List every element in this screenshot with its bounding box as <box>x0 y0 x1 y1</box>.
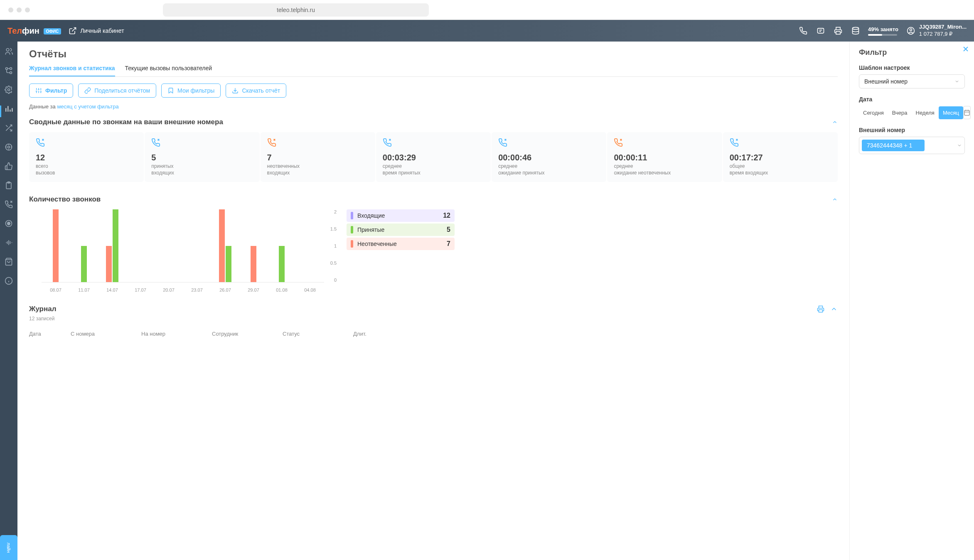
tab-calls-log[interactable]: Журнал звонков и статистика <box>29 65 115 76</box>
external-link-icon <box>69 27 77 35</box>
date-month-button[interactable]: Месяц <box>939 106 963 119</box>
journal-title: Журнал <box>29 305 57 313</box>
stat-label: среднееожидание неотвеченных <box>614 163 715 176</box>
user-balance: 1 072 787,9 ₽ <box>919 31 967 38</box>
nav-users-icon[interactable] <box>5 47 13 56</box>
nav-reports-icon[interactable] <box>5 105 13 113</box>
window-dots <box>8 7 30 12</box>
collapse-icon[interactable] <box>832 196 838 202</box>
phone-icon <box>730 138 739 147</box>
stat-card: 00:00:11 среднееожидание неотвеченных <box>607 132 722 182</box>
print-icon[interactable] <box>817 305 824 313</box>
nav-info-icon[interactable] <box>5 277 13 285</box>
online-tag[interactable]: лайн <box>0 535 17 560</box>
stat-label: всеговызовов <box>36 163 137 176</box>
svg-rect-0 <box>818 28 824 33</box>
link-icon <box>84 87 91 94</box>
svg-point-5 <box>6 68 8 70</box>
date-yesterday-button[interactable]: Вчера <box>888 106 912 119</box>
calendar-icon <box>964 109 970 116</box>
nav-clipboard-icon[interactable] <box>5 181 13 189</box>
filter-button[interactable]: Фильтр <box>29 84 73 98</box>
app-header: Телфин ОФИС Личный кабинет 49% занято JJ… <box>0 20 974 42</box>
legend-row[interactable]: Принятые5 <box>347 224 455 236</box>
stat-label: общеевремя входящих <box>730 163 831 176</box>
number-select[interactable]: 73462444348 + 1 <box>859 137 965 154</box>
stat-card: 5 принятыхвходящих <box>145 132 259 182</box>
nav-shuffle-icon[interactable] <box>5 124 13 132</box>
journal-table-header: Дата С номера На номер Сотрудник Статус … <box>29 327 838 340</box>
col-to[interactable]: На номер <box>141 331 212 337</box>
journal-count: 12 записей <box>29 316 838 322</box>
svg-rect-16 <box>964 111 969 115</box>
stat-value: 5 <box>151 153 253 162</box>
phone-icon <box>267 138 276 147</box>
data-note: Данные за месяц с учетом фильтра <box>29 103 838 110</box>
phone-icon <box>36 138 45 147</box>
number-label: Внешний номер <box>859 127 965 133</box>
message-icon[interactable] <box>817 27 825 35</box>
phone-icon <box>383 138 392 147</box>
collapse-icon[interactable] <box>832 119 838 125</box>
stat-card: 00:00:46 среднееожидание принятых <box>492 132 606 182</box>
calendar-button[interactable] <box>963 106 971 119</box>
filter-title: Фильтр <box>859 48 965 57</box>
collapse-icon[interactable] <box>830 305 838 313</box>
chevron-down-icon <box>954 79 959 84</box>
nav-audio-icon[interactable] <box>5 238 13 247</box>
usage-text: 49% занято <box>868 26 898 32</box>
stat-value: 12 <box>36 153 137 162</box>
download-icon <box>232 87 239 94</box>
col-status[interactable]: Статус <box>283 331 353 337</box>
usage-block: 49% занято <box>868 26 898 36</box>
phone-icon <box>614 138 623 147</box>
col-duration[interactable]: Длит. <box>353 331 838 337</box>
stat-value: 7 <box>267 153 369 162</box>
stat-card: 00:03:29 среднеевремя принятых <box>376 132 491 182</box>
url-bar[interactable]: teleo.telphin.ru <box>163 3 429 17</box>
user-icon <box>907 27 915 35</box>
legend-row[interactable]: Неотвеченные7 <box>347 238 455 250</box>
my-filters-button[interactable]: Мои фильтры <box>161 84 221 98</box>
stat-grid: 12 всеговызовов 5 принятыхвходящих 7 нео… <box>29 132 838 182</box>
nav-record-icon[interactable] <box>5 219 13 228</box>
col-from[interactable]: С номера <box>71 331 141 337</box>
date-week-button[interactable]: Неделя <box>912 106 939 119</box>
tab-current-calls[interactable]: Текущие вызовы пользователей <box>125 65 212 76</box>
print-icon[interactable] <box>834 27 842 35</box>
col-staff[interactable]: Сотрудник <box>212 331 283 337</box>
sidebar: лайн <box>0 42 17 560</box>
download-button[interactable]: Скачать отчёт <box>226 84 286 98</box>
stat-label: среднеевремя принятых <box>383 163 484 176</box>
svg-point-14 <box>7 222 10 225</box>
database-icon[interactable] <box>851 27 860 35</box>
col-date[interactable]: Дата <box>29 331 71 337</box>
cabinet-link[interactable]: Личный кабинет <box>69 27 124 35</box>
filter-panel: Фильтр Шаблон настроек Внешний номер Дат… <box>849 42 974 560</box>
nav-shop-icon[interactable] <box>5 258 13 266</box>
stat-label: принятыхвходящих <box>151 163 253 176</box>
date-today-button[interactable]: Сегодня <box>859 106 888 119</box>
close-icon[interactable] <box>962 45 970 53</box>
share-button[interactable]: Поделиться отчётом <box>78 84 156 98</box>
legend-row[interactable]: Входящие12 <box>347 209 455 222</box>
nav-settings-icon[interactable] <box>5 86 13 94</box>
nav-scheme-icon[interactable] <box>5 66 13 75</box>
stat-value: 00:00:11 <box>614 153 715 162</box>
nav-target-icon[interactable] <box>5 143 13 151</box>
svg-point-3 <box>910 29 912 31</box>
chevron-down-icon <box>957 143 962 148</box>
filter-link[interactable]: месяц с учетом фильтра <box>57 103 118 110</box>
nav-thumbs-icon[interactable] <box>5 162 13 170</box>
date-label: Дата <box>859 96 965 103</box>
template-select[interactable]: Внешний номер <box>859 74 965 88</box>
phone-icon <box>151 138 160 147</box>
stat-value: 00:03:29 <box>383 153 484 162</box>
nav-missed-icon[interactable] <box>5 200 13 209</box>
user-block[interactable]: JJQ39287_Miron... 1 072 787,9 ₽ <box>907 24 967 38</box>
svg-point-7 <box>10 68 12 70</box>
stat-card: 7 неотвеченныхвходящих <box>261 132 375 182</box>
svg-point-6 <box>10 72 12 74</box>
logo-badge: ОФИС <box>44 28 61 34</box>
call-icon[interactable] <box>799 27 807 35</box>
